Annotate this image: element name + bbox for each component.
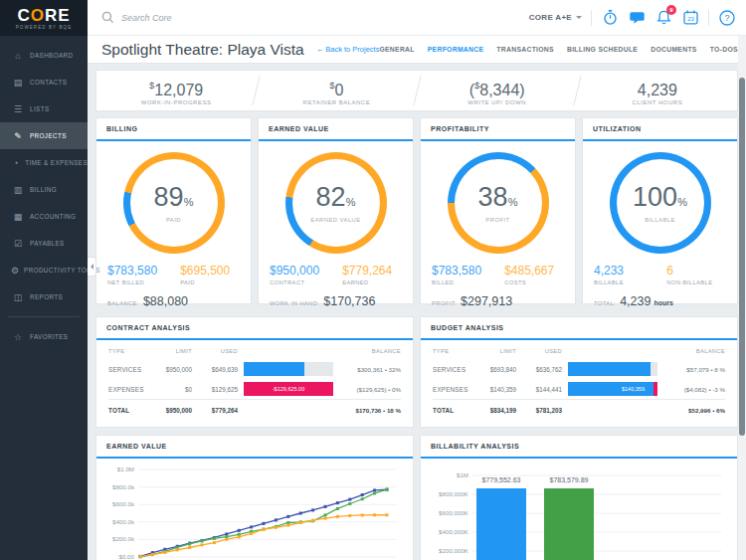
star-icon: ☆ xyxy=(11,332,25,342)
calendar-button[interactable]: 23 xyxy=(681,9,699,27)
table-total-row: TOTAL $834,199 $781,203 $52,996 • 6% xyxy=(433,399,725,420)
earned-value-percent: 82% xyxy=(316,184,356,215)
table-header: TYPELIMITUSEDBALANCE xyxy=(108,342,401,359)
contract-analysis-card: CONTRACT ANALYSIS TYPELIMITUSEDBALANCE S… xyxy=(95,316,414,428)
sidebar-item-time-expenses[interactable]: ◔TIME & EXPENSES xyxy=(0,149,88,176)
topbar: CORE A+E 9 23 ? xyxy=(88,0,746,36)
card-title: BILLABILITY ANALYSIS xyxy=(421,436,737,459)
tab-general[interactable]: GENERAL xyxy=(379,46,414,53)
services-usage-bar xyxy=(244,362,333,376)
sidebar-item-billing[interactable]: ▥BILLING xyxy=(0,176,88,203)
sidebar-item-projects[interactable]: ✎PROJECTS xyxy=(0,122,88,149)
tools-icon: ⚙ xyxy=(11,266,19,276)
analysis-row: CONTRACT ANALYSIS TYPELIMITUSEDBALANCE S… xyxy=(95,316,738,428)
projects-icon: ✎ xyxy=(11,131,25,141)
title-bar: Spotlight Theatre: Playa Vista ← Back to… xyxy=(88,36,746,64)
table-row: EXPENSES $0 $129,625 -$129,625.00 ($129,… xyxy=(108,379,401,399)
sidebar-item-accounting[interactable]: ▦ACCOUNTING xyxy=(0,203,88,230)
messages-button[interactable] xyxy=(628,9,646,27)
sidebar-divider xyxy=(8,316,80,317)
net-billed-stat: $783,580NET BILLED xyxy=(107,264,180,285)
search-input[interactable] xyxy=(121,13,300,23)
help-icon: ? xyxy=(718,9,736,27)
sidebar-item-payables[interactable]: ☑PAYABLES xyxy=(0,230,88,257)
sidebar-item-reports[interactable]: ◫REPORTS xyxy=(0,283,88,310)
donut-cards-row: BILLING 89% PAID $783,580NET BILLED $695… xyxy=(95,117,738,304)
svg-text:$1.0M: $1.0M xyxy=(117,466,134,472)
kpi-client-hours: 4,239 CLIENT HOURS xyxy=(578,77,737,105)
paid-stat: $695,500PAID xyxy=(180,264,240,285)
card-title: EARNED VALUE xyxy=(96,436,413,459)
calendar-icon: 23 xyxy=(682,9,699,26)
tab-documents[interactable]: DOCUMENTS xyxy=(651,46,697,53)
svg-text:$400.0k: $400.0k xyxy=(112,518,135,525)
company-switcher[interactable]: CORE A+E xyxy=(529,13,582,22)
core-logo[interactable]: CORE POWERED BY BQE xyxy=(0,0,88,36)
utilization-card: UTILIZATION 100% BILLABLE 4,233BILLABLE … xyxy=(582,117,738,304)
billing-icon: ▥ xyxy=(11,185,25,195)
notifications-button[interactable]: 9 xyxy=(654,9,672,27)
svg-text:$800.0k: $800.0k xyxy=(112,483,135,490)
earned-value-card: EARNED VALUE 82% EARNED VALUE $950,000CO… xyxy=(258,117,414,304)
scrollbar-thumb[interactable] xyxy=(739,78,745,436)
svg-text:$800,000K: $800,000K xyxy=(439,490,469,497)
clock-icon: ◔ xyxy=(11,158,20,168)
svg-text:$400,000K: $400,000K xyxy=(439,528,469,535)
reports-icon: ◫ xyxy=(11,292,25,302)
card-title: BUDGET ANALYSIS xyxy=(421,317,737,340)
expenses-usage-bar: $140,359.00 xyxy=(568,382,657,396)
tab-to-dos[interactable]: TO-DOS xyxy=(710,46,738,53)
earned-value-donut-chart[interactable]: 82% EARNED VALUE xyxy=(285,152,387,254)
svg-text:$779,552.63: $779,552.63 xyxy=(482,476,521,483)
profitability-card: PROFITABILITY 38% PROFIT $783,580BILLED … xyxy=(420,117,576,304)
kpi-strip: $12,079 WORK-IN-PROGRESS $0 RETAINER BAL… xyxy=(95,70,738,111)
table-total-row: TOTAL $950,000 $779,264 $170,736 • 18 % xyxy=(108,399,401,420)
services-usage-bar xyxy=(568,362,657,376)
topbar-divider xyxy=(708,10,709,26)
sidebar-item-lists[interactable]: ☰LISTS xyxy=(0,95,88,122)
profitability-donut-chart[interactable]: 38% PROFIT xyxy=(448,152,549,254)
utilization-donut-chart[interactable]: 100% BILLABLE xyxy=(610,152,711,254)
kpi-retainer-balance: $0 RETAINER BALANCE xyxy=(257,77,416,105)
sidebar-collapse-button[interactable] xyxy=(88,257,96,277)
billing-balance: BALANCE:$88,080 xyxy=(96,294,251,308)
billing-card: BILLING 89% PAID $783,580NET BILLED $695… xyxy=(95,117,252,304)
help-button[interactable]: ? xyxy=(718,9,736,27)
sidebar-item-dashboard[interactable]: ⌂DASHBOARD xyxy=(0,42,88,69)
billing-donut-chart[interactable]: 89% PAID xyxy=(123,152,225,254)
table-row: SERVICES $950,000 $649,639 $300,361 • 32… xyxy=(108,359,401,379)
vertical-scrollbar[interactable] xyxy=(738,36,746,560)
back-to-projects-link[interactable]: ← Back to Projects xyxy=(316,45,380,54)
svg-text:$600.0k: $600.0k xyxy=(112,500,135,507)
notification-badge: 9 xyxy=(666,5,676,15)
earned-value-line-chart[interactable]: $1.0M$800.0k$600.0k$400.0k$200.0k$0.00 xyxy=(100,461,403,560)
sidebar-item-favorites[interactable]: ☆FAVORITES xyxy=(0,323,88,350)
bqe-core-app: CORE POWERED BY BQE ⌂DASHBOARD ▤CONTACTS… xyxy=(0,0,746,560)
billable-stat: 4,233BILLABLE xyxy=(594,264,666,285)
non-billable-stat: 6NON-BILLABLE xyxy=(666,264,726,285)
card-title: PROFITABILITY xyxy=(421,118,575,141)
kpi-write-up-down: ($8,344) WRITE UP/ DOWN xyxy=(418,77,577,105)
sidebar-item-productivity-tools[interactable]: ⚙PRODUCTIVITY TOOLS xyxy=(0,257,88,283)
calendar-day: 23 xyxy=(687,16,694,22)
expenses-usage-bar: -$129,625.00 xyxy=(244,382,333,396)
svg-text:$200,000K: $200,000K xyxy=(439,547,469,554)
timer-button[interactable] xyxy=(601,9,619,27)
chevron-down-icon xyxy=(576,16,582,22)
tab-billing-schedule[interactable]: BILLING SCHEDULE xyxy=(567,46,638,53)
earned-stat: $779,264EARNED xyxy=(342,264,402,285)
billability-bar-chart[interactable]: $1M$800,000K$600,000K$400,000K$200,000K$… xyxy=(425,461,727,560)
total-hours: TOTAL:4,239hours xyxy=(583,294,737,308)
billability-analysis-card: BILLABILITY ANALYSIS $1M$800,000K$600,00… xyxy=(420,435,738,560)
billed-stat: $783,580BILLED xyxy=(432,264,504,285)
tab-transactions[interactable]: TRANSACTIONS xyxy=(496,46,554,53)
logo-tagline: POWERED BY BQE xyxy=(16,25,73,30)
sidebar: CORE POWERED BY BQE ⌂DASHBOARD ▤CONTACTS… xyxy=(0,0,88,560)
sidebar-item-contacts[interactable]: ▤CONTACTS xyxy=(0,69,88,95)
logo-text: CORE xyxy=(17,7,70,24)
performance-dashboard: $12,079 WORK-IN-PROGRESS $0 RETAINER BAL… xyxy=(88,64,746,560)
profit-total: PROFIT:$297,913 xyxy=(421,294,575,308)
tab-performance[interactable]: PERFORMANCE xyxy=(428,46,484,53)
page-title: Spotlight Theatre: Playa Vista xyxy=(101,41,304,59)
table-row: SERVICES $693,840 $636,762 $57,079 • 8 % xyxy=(433,359,725,379)
